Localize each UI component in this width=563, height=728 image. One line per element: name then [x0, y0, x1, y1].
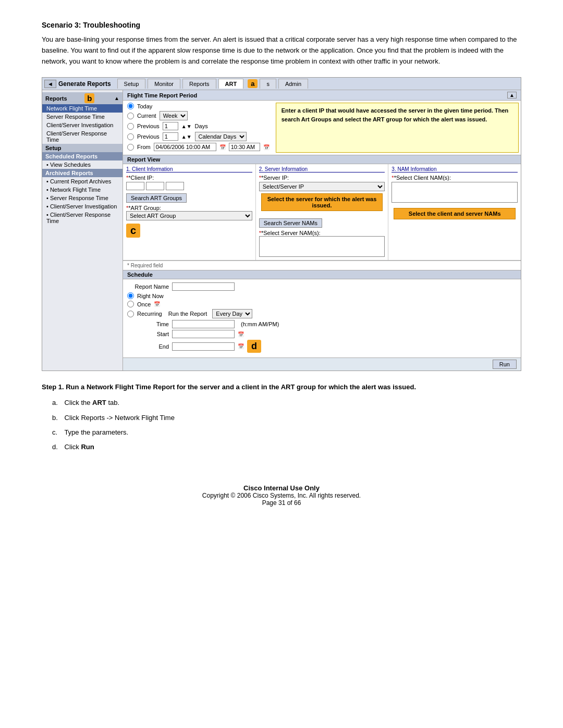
sidebar-item-archived-server-response[interactable]: Server Response Time — [42, 194, 123, 202]
report-view-header: Report View — [123, 155, 521, 164]
step-list: a. Click the ART tab. b. Click Reports -… — [42, 397, 521, 452]
step-a: a. Click the ART tab. — [52, 397, 521, 409]
to-time-input[interactable]: 10:30 AM — [229, 143, 260, 151]
previous2-unit-select[interactable]: Calendar Days — [195, 132, 247, 141]
sidebar-item-view-schedules[interactable]: View Schedules — [42, 161, 123, 169]
sidebar-item-client-server-investigation[interactable]: Client/Server Investigation — [42, 121, 123, 129]
sidebar-item-client-server-response-time[interactable]: Client/Server Response Time — [42, 129, 123, 144]
server-ip-label: **Server IP: — [259, 175, 385, 181]
schedule-body: Report Name Right Now Once 📅 — [123, 279, 521, 357]
once-cal-icon[interactable]: 📅 — [154, 301, 160, 307]
previous1-unit: Days — [195, 123, 208, 129]
back-button[interactable]: ◄ — [44, 80, 56, 88]
search-art-groups-button[interactable]: Search ART Groups — [126, 193, 187, 203]
tab-monitor[interactable]: Monitor — [148, 79, 180, 89]
server-nam-textarea[interactable] — [259, 236, 385, 257]
sidebar-archived-reports: Archived Reports — [42, 169, 123, 177]
previous1-input[interactable]: 1 — [163, 122, 178, 130]
radio-once[interactable] — [127, 301, 134, 307]
scroll-up-btn[interactable]: ▲ — [114, 95, 119, 101]
footer: Cisco Internal Use Only Copyright © 2006… — [42, 484, 521, 507]
client-info-col: 1. Client Information **Client IP: Searc… — [123, 164, 256, 260]
tab-reports[interactable]: Reports — [182, 79, 216, 89]
run-button[interactable]: Run — [493, 360, 517, 369]
start-row: Start 📅 — [127, 330, 517, 338]
sidebar-item-label: Client/Server Response Time — [46, 130, 107, 143]
sidebar-item-archived-flight[interactable]: Network Flight Time — [42, 186, 123, 194]
footer-line2: Copyright © 2006 Cisco Systems, Inc. All… — [42, 492, 521, 499]
recurring-frequency-select[interactable]: Every Day — [212, 309, 252, 318]
sidebar-item-archived-cs-response[interactable]: Client/Server Response Time — [42, 211, 123, 225]
report-view-columns: 1. Client Information **Client IP: Searc… — [123, 164, 521, 261]
client-ip-1[interactable] — [126, 182, 144, 190]
sidebar-item-server-response-time[interactable]: Server Response Time — [42, 113, 123, 121]
art-group-select[interactable]: Select ART Group — [126, 211, 252, 220]
radio-current[interactable] — [127, 113, 134, 119]
end-cal-icon[interactable]: 📅 — [238, 343, 244, 349]
search-server-nams-button[interactable]: Search Server NAMs — [259, 218, 322, 228]
right-now-label: Right Now — [137, 293, 164, 299]
server-info-header: 2. Server Information — [259, 166, 385, 172]
radio-previous1[interactable] — [127, 123, 134, 130]
scenario-title: Scenario 3: Troubleshooting — [42, 21, 521, 29]
radio-previous2-row: Previous 1 ▲▼ Calendar Days — [127, 132, 270, 141]
tab-art[interactable]: ART — [218, 79, 244, 89]
art-group-row: **ART Group: Select ART Group — [126, 205, 252, 220]
content-scroll-up[interactable]: ▲ — [507, 92, 517, 98]
client-nam-textarea[interactable] — [391, 182, 518, 203]
step-b-letter: b. — [52, 412, 63, 424]
flight-time-bar: Flight Time Report Period ▲ — [123, 90, 521, 101]
art-group-label: **ART Group: — [126, 205, 252, 211]
from-cal-icon[interactable]: 📅 — [219, 144, 226, 150]
client-ip-2[interactable] — [146, 182, 164, 190]
time-input[interactable] — [172, 320, 235, 328]
callout-c: c — [126, 224, 140, 238]
recurring-row: Recurring Run the Report Every Day — [127, 309, 517, 318]
report-name-row: Report Name — [127, 282, 517, 291]
sidebar-item-label: Network Flight Time — [46, 105, 97, 112]
select-server-nam-label: **Select Server NAM(s): — [259, 230, 385, 236]
tab-admin[interactable]: Admin — [278, 79, 308, 89]
radio-today-label: Today — [137, 103, 152, 109]
start-label: Start — [127, 331, 169, 337]
end-label: End — [127, 343, 169, 350]
run-report-label: Run the Report — [168, 311, 207, 317]
sidebar-scheduled-reports[interactable]: Scheduled Reports — [42, 152, 123, 161]
end-row: End 📅 d — [127, 340, 517, 353]
steps-section: Step 1. Run a Network Flight Time Report… — [42, 381, 521, 452]
footer-line3: Page 31 of 66 — [42, 499, 521, 507]
once-label: Once — [137, 301, 151, 307]
recurring-label: Recurring — [137, 311, 162, 317]
run-btn-bar: Run — [123, 357, 521, 371]
previous2-input[interactable]: 1 — [163, 132, 178, 141]
tab-setup[interactable]: Setup — [117, 79, 146, 89]
nam-info-header: 3. NAM Information — [391, 166, 518, 172]
sidebar-item-network-flight-time[interactable]: Network Flight Time — [42, 104, 123, 113]
start-cal-icon[interactable]: 📅 — [238, 331, 244, 337]
footer-bold: Cisco Internal Use Only — [42, 484, 521, 492]
radio-recurring[interactable] — [127, 311, 134, 317]
client-ip-3[interactable] — [166, 182, 184, 190]
sidebar-item-current-archives[interactable]: Current Report Archives — [42, 177, 123, 186]
current-select[interactable]: Week — [160, 111, 188, 120]
start-input[interactable] — [172, 330, 235, 338]
sidebar-setup-header: Setup — [42, 144, 123, 152]
report-name-input[interactable] — [172, 282, 235, 291]
page-content: Scenario 3: Troubleshooting You are base… — [42, 21, 521, 507]
previous2-stepper[interactable]: ▲▼ — [181, 134, 192, 140]
step-d: d. Click Run — [52, 441, 521, 453]
radio-right-now[interactable] — [127, 292, 134, 299]
generate-reports-label: Generate Reports — [58, 80, 111, 88]
callout-c-container: c — [126, 224, 252, 238]
radio-from[interactable] — [127, 144, 134, 151]
server-ip-select[interactable]: Select/Server IP — [259, 182, 385, 191]
from-date-input[interactable]: 04/06/2006 10:00 AM — [154, 143, 216, 151]
sidebar-item-archived-cs-investigation[interactable]: Client/Server Investigation — [42, 202, 123, 211]
time-label: Time — [127, 321, 169, 327]
radio-previous2[interactable] — [127, 133, 134, 140]
previous1-stepper[interactable]: ▲▼ — [181, 124, 192, 129]
tab-s[interactable]: s — [260, 79, 276, 89]
end-input[interactable] — [172, 342, 235, 351]
to-cal-icon[interactable]: 📅 — [263, 144, 270, 150]
radio-today[interactable] — [127, 103, 134, 109]
